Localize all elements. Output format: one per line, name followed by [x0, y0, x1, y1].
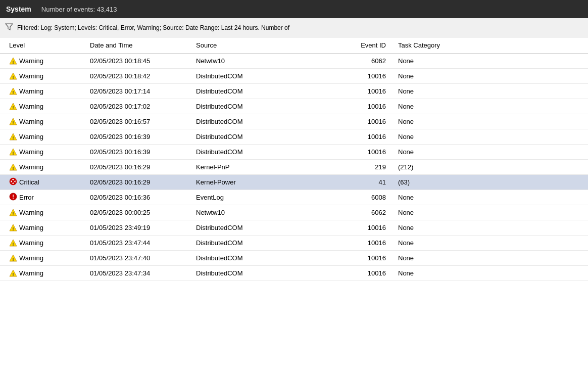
table-row[interactable]: ! Warning 02/05/2023 00:18:42 Distribute…	[0, 69, 588, 84]
table-row[interactable]: ! Error 02/05/2023 00:16:36 EventLog 600…	[0, 190, 588, 205]
warning-icon: !	[9, 269, 17, 277]
source-cell: EventLog	[192, 192, 344, 203]
table-body[interactable]: ! Warning 02/05/2023 00:18:45 Netwtw10 6…	[0, 54, 588, 374]
source-cell: Kernel-Power	[192, 177, 344, 188]
datetime-cell: 02/05/2023 00:18:45	[86, 56, 192, 66]
level-label: Warning	[19, 72, 43, 80]
datetime-cell: 02/05/2023 00:16:39	[86, 131, 192, 142]
level-cell: ! Warning	[5, 207, 86, 218]
error-icon: !	[9, 193, 17, 202]
table-row[interactable]: Critical 02/05/2023 00:16:29 Kernel-Powe…	[0, 175, 588, 190]
datetime-cell: 01/05/2023 23:47:44	[86, 238, 192, 248]
source-cell: DistributedCOM	[192, 71, 344, 81]
level-label: Warning	[19, 57, 43, 65]
datetime-cell: 02/05/2023 00:16:29	[86, 177, 192, 188]
table-header: Level Date and Time Source Event ID Task…	[0, 37, 588, 54]
level-label: Warning	[19, 269, 43, 277]
col-datetime: Date and Time	[86, 40, 192, 50]
level-cell: ! Warning	[5, 147, 86, 158]
datetime-cell: 02/05/2023 00:16:39	[86, 147, 192, 157]
source-cell: DistributedCOM	[192, 131, 344, 142]
warning-icon: !	[9, 224, 17, 232]
warning-icon: !	[9, 209, 17, 217]
level-label: Warning	[19, 118, 43, 125]
table-row[interactable]: ! Warning 02/05/2023 00:16:29 Kernel-PnP…	[0, 160, 588, 175]
level-label: Warning	[19, 254, 43, 262]
source-cell: DistributedCOM	[192, 101, 344, 112]
level-cell: ! Error	[5, 191, 86, 204]
source-cell: Netwtw10	[192, 56, 344, 66]
level-label: Warning	[19, 133, 43, 141]
taskcategory-cell: None	[394, 147, 588, 157]
taskcategory-cell: None	[394, 192, 588, 203]
eventid-cell: 41	[344, 177, 394, 188]
svg-text:!: !	[13, 59, 14, 64]
eventid-cell: 10016	[344, 268, 394, 278]
eventid-cell: 6062	[344, 207, 394, 218]
level-label: Warning	[19, 209, 43, 216]
taskcategory-cell: None	[394, 56, 588, 66]
svg-text:!: !	[13, 241, 14, 246]
table-row[interactable]: ! Warning 01/05/2023 23:47:34 Distribute…	[0, 266, 588, 281]
source-cell: DistributedCOM	[192, 253, 344, 263]
event-count-label: Number of events: 43,413	[41, 6, 117, 13]
svg-text:!: !	[13, 271, 14, 276]
eventid-cell: 6008	[344, 192, 394, 203]
eventid-cell: 10016	[344, 116, 394, 127]
filter-description: Filtered: Log: System; Levels: Critical,…	[17, 24, 289, 31]
table-row[interactable]: ! Warning 01/05/2023 23:47:44 Distribute…	[0, 236, 588, 251]
taskcategory-cell: None	[394, 131, 588, 142]
eventid-cell: 10016	[344, 131, 394, 142]
datetime-cell: 02/05/2023 00:16:36	[86, 192, 192, 203]
warning-icon: !	[9, 57, 17, 65]
taskcategory-cell: None	[394, 207, 588, 218]
table-row[interactable]: ! Warning 02/05/2023 00:17:02 Distribute…	[0, 99, 588, 114]
datetime-cell: 02/05/2023 00:00:25	[86, 207, 192, 218]
svg-marker-0	[6, 24, 13, 30]
source-cell: DistributedCOM	[192, 268, 344, 278]
level-cell: ! Warning	[5, 86, 86, 97]
table-row[interactable]: ! Warning 01/05/2023 23:49:19 Distribute…	[0, 220, 588, 236]
table-row[interactable]: ! Warning 02/05/2023 00:16:39 Distribute…	[0, 129, 588, 145]
col-eventid: Event ID	[344, 40, 394, 50]
taskcategory-cell: None	[394, 268, 588, 278]
source-cell: DistributedCOM	[192, 222, 344, 233]
eventid-cell: 10016	[344, 71, 394, 81]
filter-icon	[5, 23, 13, 32]
taskcategory-cell: (212)	[394, 162, 588, 172]
table-row[interactable]: ! Warning 02/05/2023 00:17:14 Distribute…	[0, 84, 588, 99]
level-cell: ! Warning	[5, 116, 86, 127]
datetime-cell: 02/05/2023 00:18:42	[86, 71, 192, 81]
taskcategory-cell: None	[394, 101, 588, 112]
warning-icon: !	[9, 254, 17, 262]
svg-text:!: !	[13, 105, 14, 110]
app-title: System	[6, 5, 31, 13]
datetime-cell: 02/05/2023 00:17:02	[86, 101, 192, 112]
eventid-cell: 10016	[344, 86, 394, 97]
level-label: Warning	[19, 239, 43, 247]
taskcategory-cell: (63)	[394, 177, 588, 188]
taskcategory-cell: None	[394, 116, 588, 127]
eventid-cell: 10016	[344, 222, 394, 233]
svg-text:!: !	[13, 211, 14, 216]
svg-text:!: !	[13, 150, 14, 155]
datetime-cell: 01/05/2023 23:49:19	[86, 222, 192, 233]
col-level: Level	[5, 40, 86, 50]
level-cell: ! Warning	[5, 238, 86, 249]
table-row[interactable]: ! Warning 02/05/2023 00:16:57 Distribute…	[0, 114, 588, 129]
event-table: Level Date and Time Source Event ID Task…	[0, 37, 588, 374]
table-row[interactable]: ! Warning 02/05/2023 00:18:45 Netwtw10 6…	[0, 54, 588, 69]
critical-icon	[9, 177, 17, 187]
svg-text:!: !	[12, 194, 14, 200]
table-row[interactable]: ! Warning 02/05/2023 00:00:25 Netwtw10 6…	[0, 205, 588, 220]
warning-icon: !	[9, 87, 17, 96]
warning-icon: !	[9, 72, 17, 80]
taskcategory-cell: None	[394, 222, 588, 233]
table-row[interactable]: ! Warning 02/05/2023 00:16:39 Distribute…	[0, 145, 588, 160]
level-cell: ! Warning	[5, 268, 86, 279]
source-cell: Kernel-PnP	[192, 162, 344, 172]
taskcategory-cell: None	[394, 253, 588, 263]
svg-text:!: !	[13, 120, 14, 125]
table-row[interactable]: ! Warning 01/05/2023 23:47:40 Distribute…	[0, 251, 588, 266]
level-label: Error	[19, 194, 34, 201]
